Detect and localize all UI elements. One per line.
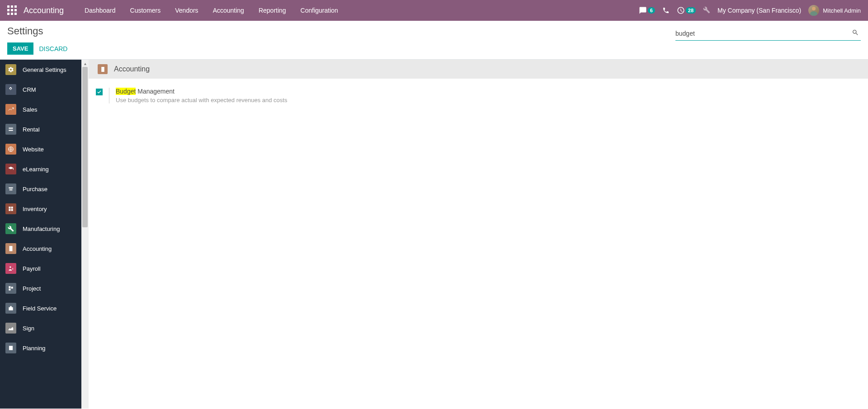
sidebar-item-label: Field Service	[23, 305, 57, 312]
save-button[interactable]: SAVE	[7, 42, 33, 55]
sidebar-item-rental[interactable]: Rental	[0, 119, 81, 139]
messages-badge: 6	[648, 7, 655, 14]
menu-configuration[interactable]: Configuration	[293, 1, 345, 20]
company-selector[interactable]: My Company (San Francisco)	[717, 7, 801, 14]
person-money-icon	[5, 263, 16, 274]
activities-badge: 28	[686, 7, 696, 14]
section-header: Accounting	[89, 60, 868, 79]
menu-accounting[interactable]: Accounting	[206, 1, 251, 20]
top-navbar: Accounting Dashboard Customers Vendors A…	[0, 0, 868, 21]
sidebar-item-website[interactable]: Website	[0, 139, 81, 159]
sidebar-item-fieldservice[interactable]: Field Service	[0, 298, 81, 318]
sidebar-item-label: Payroll	[23, 265, 41, 272]
settings-sidebar: General Settings CRM Sales Rental Websit…	[0, 60, 81, 409]
sidebar-item-label: Sales	[23, 106, 38, 113]
section-title: Accounting	[114, 65, 150, 73]
sidebar-item-label: Manufacturing	[23, 226, 60, 232]
debug-button[interactable]	[703, 6, 710, 15]
user-avatar-icon	[808, 5, 819, 16]
app-name[interactable]: Accounting	[24, 6, 64, 15]
budget-checkbox[interactable]	[96, 89, 103, 95]
sidebar-item-planning[interactable]: Planning	[0, 338, 81, 358]
topbar-right: 6 28 My Company (San Francisco) Mitchell…	[639, 5, 861, 16]
svg-point-0	[812, 7, 816, 10]
chat-icon	[639, 6, 647, 14]
search-input[interactable]	[675, 28, 850, 39]
menu-vendors[interactable]: Vendors	[168, 1, 205, 20]
setting-description: Use budgets to compare actual with expec…	[116, 97, 287, 103]
invoice-icon	[5, 243, 16, 254]
main-layout: General Settings CRM Sales Rental Websit…	[0, 59, 868, 409]
calendar-icon	[5, 343, 16, 353]
discard-button[interactable]: DISCARD	[39, 45, 67, 52]
phone-icon	[662, 7, 670, 14]
graduation-icon	[5, 164, 16, 174]
search-button[interactable]	[850, 27, 861, 39]
menu-reporting[interactable]: Reporting	[251, 1, 293, 20]
sidebar-item-label: eLearning	[23, 166, 49, 173]
sidebar-item-label: Sign	[23, 325, 34, 332]
sidebar-scrollbar[interactable]: ▴	[81, 60, 89, 409]
sidebar-item-label: Project	[23, 285, 41, 292]
svg-point-2	[9, 266, 11, 268]
sidebar-item-inventory[interactable]: Inventory	[0, 199, 81, 219]
key-icon	[5, 124, 16, 135]
activities-button[interactable]: 28	[677, 6, 696, 14]
phone-button[interactable]	[662, 7, 670, 14]
sidebar-item-label: Planning	[23, 345, 46, 352]
search-icon	[852, 29, 859, 36]
signature-icon	[5, 323, 16, 334]
top-menu: Dashboard Customers Vendors Accounting R…	[77, 1, 345, 20]
puzzle-icon	[5, 283, 16, 294]
invoice-icon	[98, 64, 108, 74]
settings-content: Accounting Budget Management Use budgets…	[89, 60, 868, 409]
sidebar-item-label: Rental	[23, 126, 40, 133]
handshake-icon	[5, 84, 16, 95]
sidebar-item-label: Inventory	[23, 206, 47, 212]
sidebar-item-label: Purchase	[23, 186, 47, 193]
sidebar-item-purchase[interactable]: Purchase	[0, 179, 81, 199]
menu-dashboard[interactable]: Dashboard	[77, 1, 123, 20]
scroll-up-icon: ▴	[81, 60, 89, 67]
setting-budget-management: Budget Management Use budgets to compare…	[96, 88, 861, 103]
sidebar-item-crm[interactable]: CRM	[0, 80, 81, 99]
sidebar-item-sign[interactable]: Sign	[0, 318, 81, 338]
sidebar-item-payroll[interactable]: Payroll	[0, 259, 81, 278]
user-menu[interactable]: Mitchell Admin	[808, 5, 861, 16]
apps-menu-icon[interactable]	[7, 5, 17, 15]
globe-icon	[5, 144, 16, 155]
user-name: Mitchell Admin	[823, 7, 861, 14]
sidebar-item-accounting[interactable]: Accounting	[0, 239, 81, 259]
sidebar-item-manufacturing[interactable]: Manufacturing	[0, 219, 81, 239]
page-title: Settings	[7, 25, 67, 37]
cart-icon	[5, 183, 16, 194]
sidebar-item-label: General Settings	[23, 66, 66, 73]
sidebar-item-elearning[interactable]: eLearning	[0, 159, 81, 179]
tools-icon	[703, 6, 710, 14]
wrench-icon	[5, 223, 16, 234]
toolbox-icon	[5, 303, 16, 314]
highlight-text: Budget	[116, 88, 136, 95]
sidebar-item-label: CRM	[23, 86, 36, 93]
sidebar-item-general[interactable]: General Settings	[0, 60, 81, 80]
check-icon	[97, 89, 102, 94]
clock-icon	[677, 6, 685, 14]
sidebar-item-label: Website	[23, 146, 44, 153]
box-icon	[5, 203, 16, 214]
menu-customers[interactable]: Customers	[123, 1, 168, 20]
gear-icon	[5, 64, 16, 75]
setting-label: Budget Management	[116, 88, 287, 95]
chart-line-icon	[5, 104, 16, 115]
sidebar-item-label: Accounting	[23, 245, 52, 252]
search-box	[675, 27, 861, 41]
messages-button[interactable]: 6	[639, 6, 655, 14]
sidebar-item-sales[interactable]: Sales	[0, 99, 81, 119]
scrollbar-thumb[interactable]	[82, 67, 88, 227]
control-panel: Settings SAVE DISCARD	[0, 21, 868, 59]
sidebar-item-project[interactable]: Project	[0, 278, 81, 298]
